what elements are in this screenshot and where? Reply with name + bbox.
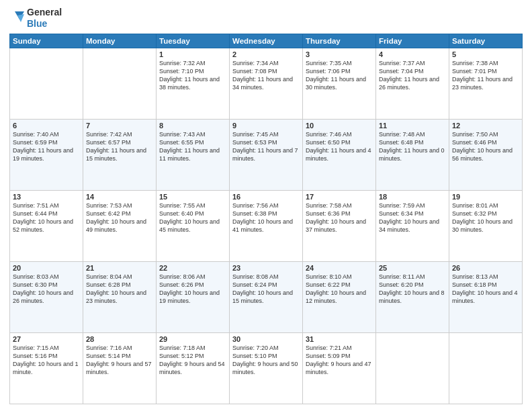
day-number: 7	[86, 122, 153, 130]
calendar-day-cell: 14Sunrise: 7:53 AMSunset: 6:42 PMDayligh…	[83, 190, 157, 261]
day-detail: Sunrise: 7:37 AMSunset: 7:04 PMDaylight:…	[379, 59, 446, 92]
calendar-day-cell: 5Sunrise: 7:38 AMSunset: 7:01 PMDaylight…	[449, 48, 523, 119]
day-detail: Sunrise: 8:10 AMSunset: 6:22 PMDaylight:…	[306, 273, 373, 306]
calendar-week-row: 13Sunrise: 7:51 AMSunset: 6:44 PMDayligh…	[10, 190, 523, 261]
day-number: 27	[13, 335, 80, 343]
day-detail: Sunrise: 7:21 AMSunset: 5:09 PMDaylight:…	[306, 344, 373, 377]
day-number: 8	[159, 122, 226, 130]
day-detail: Sunrise: 7:45 AMSunset: 6:53 PMDaylight:…	[232, 130, 300, 163]
calendar-day-cell: 27Sunrise: 7:15 AMSunset: 5:16 PMDayligh…	[10, 332, 83, 404]
day-number: 30	[232, 335, 300, 343]
day-detail: Sunrise: 8:06 AMSunset: 6:26 PMDaylight:…	[159, 273, 226, 306]
calendar-week-row: 1Sunrise: 7:32 AMSunset: 7:10 PMDaylight…	[10, 48, 523, 119]
day-number: 15	[159, 193, 226, 201]
header: General Blue	[9, 7, 523, 30]
calendar-day-cell: 17Sunrise: 7:58 AMSunset: 6:36 PMDayligh…	[303, 190, 376, 261]
day-number: 18	[379, 193, 446, 201]
day-number: 3	[306, 50, 373, 58]
calendar-day-cell: 13Sunrise: 7:51 AMSunset: 6:44 PMDayligh…	[10, 190, 83, 261]
calendar-day-cell: 7Sunrise: 7:42 AMSunset: 6:57 PMDaylight…	[83, 119, 157, 190]
day-number: 25	[379, 264, 446, 272]
calendar-day-cell: 29Sunrise: 7:18 AMSunset: 5:12 PMDayligh…	[157, 332, 230, 404]
calendar-day-cell: 23Sunrise: 8:08 AMSunset: 6:24 PMDayligh…	[230, 261, 303, 332]
day-detail: Sunrise: 7:35 AMSunset: 7:06 PMDaylight:…	[306, 59, 373, 92]
day-number: 22	[159, 264, 226, 272]
day-number: 10	[306, 122, 373, 130]
day-number: 31	[306, 335, 373, 343]
day-detail: Sunrise: 7:38 AMSunset: 7:01 PMDaylight:…	[452, 59, 519, 92]
calendar-day-cell: 22Sunrise: 8:06 AMSunset: 6:26 PMDayligh…	[157, 261, 230, 332]
col-thursday: Thursday	[303, 34, 376, 48]
day-number: 17	[306, 193, 373, 201]
day-detail: Sunrise: 7:48 AMSunset: 6:48 PMDaylight:…	[379, 130, 446, 163]
col-tuesday: Tuesday	[157, 34, 230, 48]
day-number: 21	[86, 264, 153, 272]
calendar-week-row: 27Sunrise: 7:15 AMSunset: 5:16 PMDayligh…	[10, 332, 523, 404]
day-detail: Sunrise: 7:16 AMSunset: 5:14 PMDaylight:…	[86, 344, 153, 377]
calendar-day-cell: 10Sunrise: 7:46 AMSunset: 6:50 PMDayligh…	[303, 119, 376, 190]
svg-marker-1	[17, 14, 24, 22]
day-detail: Sunrise: 7:51 AMSunset: 6:44 PMDaylight:…	[13, 201, 80, 234]
day-number: 28	[86, 335, 153, 343]
calendar-day-cell: 1Sunrise: 7:32 AMSunset: 7:10 PMDaylight…	[157, 48, 230, 119]
calendar-day-cell: 24Sunrise: 8:10 AMSunset: 6:22 PMDayligh…	[303, 261, 376, 332]
calendar-week-row: 20Sunrise: 8:03 AMSunset: 6:30 PMDayligh…	[10, 261, 523, 332]
day-detail: Sunrise: 7:59 AMSunset: 6:34 PMDaylight:…	[379, 201, 446, 234]
day-number: 12	[452, 122, 519, 130]
day-detail: Sunrise: 7:58 AMSunset: 6:36 PMDaylight:…	[306, 201, 373, 234]
calendar-day-cell	[10, 48, 83, 119]
calendar-day-cell: 11Sunrise: 7:48 AMSunset: 6:48 PMDayligh…	[376, 119, 449, 190]
day-detail: Sunrise: 7:15 AMSunset: 5:16 PMDaylight:…	[13, 344, 80, 377]
day-number: 29	[159, 335, 226, 343]
day-detail: Sunrise: 8:04 AMSunset: 6:28 PMDaylight:…	[86, 273, 153, 306]
calendar-day-cell: 19Sunrise: 8:01 AMSunset: 6:32 PMDayligh…	[449, 190, 523, 261]
page: General Blue Sunday Monday Tuesday Wedne…	[0, 0, 532, 411]
calendar-day-cell: 20Sunrise: 8:03 AMSunset: 6:30 PMDayligh…	[10, 261, 83, 332]
calendar-day-cell: 8Sunrise: 7:43 AMSunset: 6:55 PMDaylight…	[157, 119, 230, 190]
day-number: 9	[232, 122, 300, 130]
day-detail: Sunrise: 7:55 AMSunset: 6:40 PMDaylight:…	[159, 201, 226, 234]
day-number: 4	[379, 50, 446, 58]
logo-line1: General	[27, 7, 62, 18]
calendar-day-cell: 12Sunrise: 7:50 AMSunset: 6:46 PMDayligh…	[449, 119, 523, 190]
day-detail: Sunrise: 8:03 AMSunset: 6:30 PMDaylight:…	[13, 273, 80, 306]
calendar-day-cell: 2Sunrise: 7:34 AMSunset: 7:08 PMDaylight…	[230, 48, 303, 119]
calendar-day-cell: 21Sunrise: 8:04 AMSunset: 6:28 PMDayligh…	[83, 261, 157, 332]
day-number: 23	[232, 264, 300, 272]
logo-line2: Blue	[27, 18, 62, 30]
calendar-table: Sunday Monday Tuesday Wednesday Thursday…	[9, 34, 523, 404]
day-number: 24	[306, 264, 373, 272]
day-number: 1	[159, 50, 226, 58]
calendar-day-cell: 9Sunrise: 7:45 AMSunset: 6:53 PMDaylight…	[230, 119, 303, 190]
day-detail: Sunrise: 7:50 AMSunset: 6:46 PMDaylight:…	[452, 130, 519, 163]
day-detail: Sunrise: 7:46 AMSunset: 6:50 PMDaylight:…	[306, 130, 373, 163]
calendar-day-cell: 26Sunrise: 8:13 AMSunset: 6:18 PMDayligh…	[449, 261, 523, 332]
col-wednesday: Wednesday	[230, 34, 303, 48]
calendar-header-row: Sunday Monday Tuesday Wednesday Thursday…	[10, 34, 523, 48]
calendar-day-cell: 6Sunrise: 7:40 AMSunset: 6:59 PMDaylight…	[10, 119, 83, 190]
calendar-day-cell: 15Sunrise: 7:55 AMSunset: 6:40 PMDayligh…	[157, 190, 230, 261]
day-number: 13	[13, 193, 80, 201]
day-number: 2	[232, 50, 300, 58]
col-friday: Friday	[376, 34, 449, 48]
day-number: 5	[452, 50, 519, 58]
day-detail: Sunrise: 8:01 AMSunset: 6:32 PMDaylight:…	[452, 201, 519, 234]
col-saturday: Saturday	[449, 34, 523, 48]
day-number: 6	[13, 122, 80, 130]
day-detail: Sunrise: 8:11 AMSunset: 6:20 PMDaylight:…	[379, 273, 446, 306]
calendar-day-cell	[376, 332, 449, 404]
day-detail: Sunrise: 7:43 AMSunset: 6:55 PMDaylight:…	[159, 130, 226, 163]
calendar-day-cell	[83, 48, 157, 119]
day-detail: Sunrise: 7:40 AMSunset: 6:59 PMDaylight:…	[13, 130, 80, 163]
day-number: 11	[379, 122, 446, 130]
day-detail: Sunrise: 7:42 AMSunset: 6:57 PMDaylight:…	[86, 130, 153, 163]
day-detail: Sunrise: 7:32 AMSunset: 7:10 PMDaylight:…	[159, 59, 226, 92]
day-number: 19	[452, 193, 519, 201]
calendar-day-cell: 18Sunrise: 7:59 AMSunset: 6:34 PMDayligh…	[376, 190, 449, 261]
day-number: 26	[452, 264, 519, 272]
calendar-week-row: 6Sunrise: 7:40 AMSunset: 6:59 PMDaylight…	[10, 119, 523, 190]
col-sunday: Sunday	[10, 34, 83, 48]
calendar-day-cell: 4Sunrise: 7:37 AMSunset: 7:04 PMDaylight…	[376, 48, 449, 119]
logo: General Blue	[9, 7, 62, 30]
day-detail: Sunrise: 7:34 AMSunset: 7:08 PMDaylight:…	[232, 59, 300, 92]
